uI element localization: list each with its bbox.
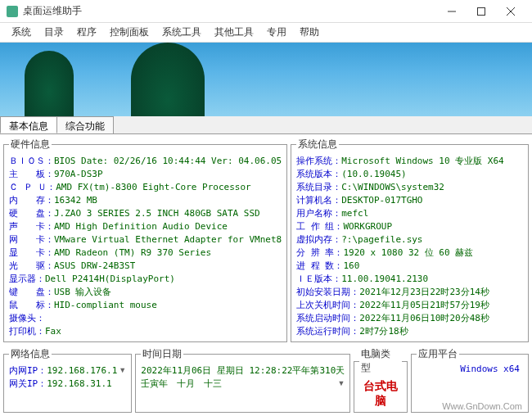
- menu-other-tools[interactable]: 其他工具: [208, 23, 260, 42]
- bios-label: ＢＩＯＳ：: [9, 155, 54, 167]
- resolution-value: 1920 x 1080 32 位 60 赫兹: [343, 246, 473, 259]
- ie-value: 11.00.19041.2130: [341, 273, 428, 285]
- platform-legend: 应用平台: [417, 347, 459, 361]
- innerip-label: 内网IP：: [9, 364, 47, 377]
- innerip-value: 192.168.176.1: [47, 364, 117, 377]
- outerip-label: 网关IP：: [9, 378, 47, 390]
- tab-comprehensive[interactable]: 综合功能: [56, 116, 114, 133]
- datetime-legend: 时间日期: [141, 347, 183, 361]
- optical-value: ASUS DRW-24B3ST: [54, 260, 135, 272]
- hostname-value: DESKTOP-017TGHO: [341, 194, 422, 206]
- boot-label: 系统启动时间：: [296, 312, 359, 324]
- window-title: 桌面运维助手: [23, 4, 437, 18]
- menu-help[interactable]: 帮助: [293, 23, 326, 42]
- system-legend: 系统信息: [296, 138, 339, 151]
- chevron-down-icon[interactable]: ▼: [337, 378, 345, 390]
- optical-label: 光 驱：: [9, 260, 54, 272]
- printer-value: Fax: [45, 325, 61, 337]
- vmem-label: 虚拟内存：: [296, 233, 341, 246]
- date-value: 2022年11月06日 星期日 12:28:22: [141, 364, 292, 377]
- username-label: 用户名称：: [296, 207, 341, 219]
- menu-catalog[interactable]: 目录: [38, 23, 70, 42]
- motherboard-label: 主 板：: [9, 168, 54, 180]
- workgroup-value: WORKGROUP: [343, 220, 392, 233]
- sound-label: 声 卡：: [9, 220, 54, 233]
- install-date-label: 初始安装日期：: [296, 286, 359, 298]
- minimize-button[interactable]: [437, 2, 467, 21]
- netcard-label: 网 卡：: [9, 233, 54, 246]
- gpu-value: AMD Radeon (TM) R9 370 Series: [54, 246, 211, 259]
- version-label: 系统版本：: [296, 168, 341, 180]
- network-info-panel: 网络信息 内网IP：192.168.176.1▼ 网关IP：192.168.31…: [3, 347, 132, 413]
- tab-basic-info[interactable]: 基本信息: [0, 116, 57, 133]
- hardware-info-panel: 硬件信息 ＢＩＯＳ：BIOS Date: 02/26/16 10:44:44 V…: [3, 138, 287, 342]
- svg-rect-1: [478, 7, 485, 15]
- menu-special[interactable]: 专用: [260, 23, 293, 42]
- hostname-label: 计算机名：: [296, 194, 341, 206]
- boot-value: 2022年11月06日10时20分48秒: [359, 312, 489, 324]
- maximize-button[interactable]: [467, 2, 496, 21]
- netcard-value: VMware Virtual Ethernet Adapter for VMne…: [54, 233, 282, 246]
- ram-value: 16342 MB: [54, 194, 97, 206]
- outerip-value: 192.168.31.1: [47, 378, 111, 390]
- ram-label: 内 存：: [9, 194, 54, 206]
- printer-label: 打印机：: [9, 325, 45, 337]
- keyboard-label: 键 盘：: [9, 286, 54, 298]
- tab-bar: 基本信息 综合功能: [0, 116, 532, 134]
- computer-type-value: 台式电脑: [359, 379, 402, 409]
- os-value: Microsoft Windows 10 专业版 X64: [341, 155, 504, 167]
- menu-program[interactable]: 程序: [70, 23, 103, 42]
- sysdir-value: C:\WINDOWS\system32: [341, 181, 444, 193]
- mouse-value: HID-compliant mouse: [54, 299, 157, 311]
- hardware-legend: 硬件信息: [9, 138, 52, 151]
- monitor-label: 显示器：: [9, 273, 45, 285]
- day-number: 第310天: [310, 364, 345, 377]
- os-label: 操作系统：: [296, 155, 341, 167]
- workgroup-label: 工 作 组：: [296, 220, 343, 233]
- computer-type-panel: 电脑类型 台式电脑: [354, 347, 408, 413]
- platform-value: Windows x64: [417, 364, 523, 374]
- resolution-label: 分 辨 率：: [296, 246, 343, 259]
- hdd-label: 硬 盘：: [9, 207, 54, 219]
- vmem-value: ?:\pagefile.sys: [341, 233, 422, 246]
- install-date-value: 2021年12月23日22时23分14秒: [359, 286, 489, 298]
- bios-value: BIOS Date: 02/26/16 10:44:44 Ver: 04.06.…: [54, 155, 282, 167]
- platform-panel: 应用平台 Windows x64 Www.GnDown.Com: [411, 347, 529, 413]
- monitor-value: Dell P2414H(DisplayPort): [45, 273, 175, 285]
- menu-control-panel[interactable]: 控制面板: [103, 23, 156, 42]
- computer-type-legend: 电脑类型: [359, 347, 402, 375]
- year-type: 平年: [292, 364, 310, 377]
- menu-system-tools[interactable]: 系统工具: [156, 23, 208, 42]
- system-info-panel: 系统信息 操作系统：Microsoft Windows 10 专业版 X64 系…: [291, 138, 529, 342]
- app-icon: [7, 6, 18, 17]
- uptime-value: 2时7分18秒: [359, 325, 408, 337]
- title-bar: 桌面运维助手: [0, 0, 532, 23]
- menu-bar: 系统 目录 程序 控制面板 系统工具 其他工具 专用 帮助: [0, 23, 532, 43]
- cpu-value: AMD FX(tm)-8300 Eight-Core Processor: [56, 181, 250, 193]
- version-value: (10.0.19045): [341, 168, 406, 180]
- menu-system[interactable]: 系统: [5, 23, 38, 42]
- cpu-label: Ｃ Ｐ Ｕ：: [9, 181, 56, 193]
- username-value: mefcl: [341, 207, 368, 219]
- gpu-label: 显 卡：: [9, 246, 54, 259]
- datetime-panel: 时间日期 2022年11月06日 星期日 12:28:22平年第310天 壬寅年…: [135, 347, 350, 413]
- ie-label: ＩＥ版本：: [296, 273, 341, 285]
- camera-label: 摄像头：: [9, 312, 45, 324]
- banner-image: [0, 43, 532, 116]
- mouse-label: 鼠 标：: [9, 299, 54, 311]
- chevron-down-icon[interactable]: ▼: [119, 364, 126, 377]
- processes-value: 160: [343, 260, 359, 272]
- sysdir-label: 系统目录：: [296, 181, 341, 193]
- shutdown-label: 上次关机时间：: [296, 299, 359, 311]
- sound-value: AMD High Definition Audio Device: [54, 220, 228, 233]
- keyboard-value: USB 输入设备: [54, 286, 112, 298]
- processes-label: 进 程 数：: [296, 260, 343, 272]
- lunar-value: 壬寅年 十月 十三: [141, 378, 222, 390]
- close-button[interactable]: [496, 2, 525, 21]
- hdd-value: J.ZAO 3 SERIES 2.5 INCH 480GB SATA SSD: [54, 207, 260, 219]
- motherboard-value: 970A-DS3P: [54, 168, 103, 180]
- shutdown-value: 2022年11月05日21时57分19秒: [359, 299, 489, 311]
- watermark: Www.GnDown.Com: [442, 401, 522, 411]
- uptime-label: 系统运行时间：: [296, 325, 359, 337]
- network-legend: 网络信息: [9, 347, 52, 361]
